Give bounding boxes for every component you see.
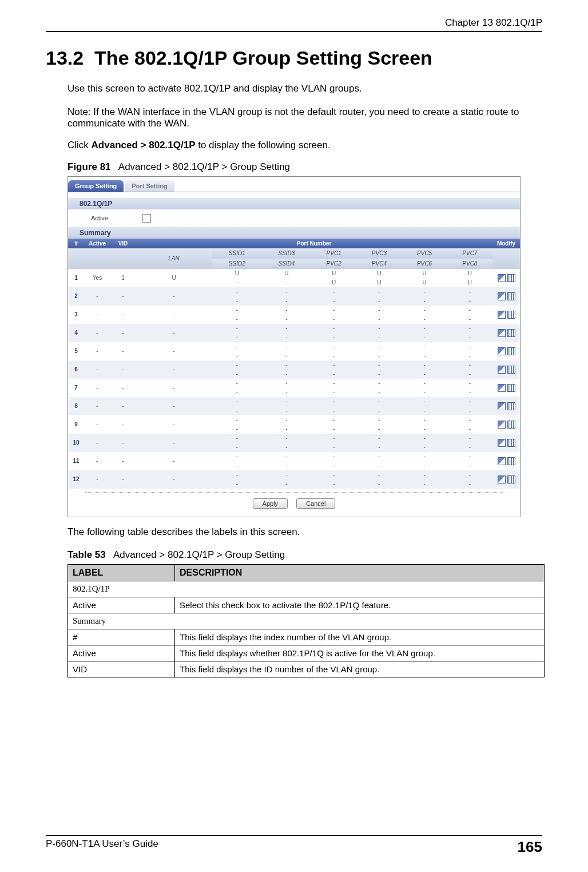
apply-button[interactable]: Apply [253, 498, 288, 509]
delete-icon[interactable] [507, 421, 515, 429]
edit-icon[interactable] [498, 439, 506, 447]
table-row: Summary [68, 613, 545, 629]
active-checkbox[interactable] [142, 214, 151, 223]
col-portnum: Port Number [136, 239, 492, 248]
table-intro: The following table describes the labels… [46, 525, 542, 540]
delete-icon[interactable] [507, 475, 515, 483]
col-num: # [68, 239, 84, 248]
section-title: The 802.1Q/1P Group Setting Screen [94, 47, 432, 69]
table-row: 1Yes1UUUUUUU [68, 269, 520, 278]
table-row: 12--------- [68, 470, 520, 479]
delete-icon[interactable] [507, 347, 515, 355]
desc-h-desc: DESCRIPTION [175, 565, 545, 581]
chapter-header: Chapter 13 802.1Q/1P [46, 17, 542, 29]
table-row: 3--------- [68, 306, 520, 315]
footer-guide: P-660N-T1A User’s Guide [46, 838, 158, 856]
table-row: 2--------- [68, 287, 520, 296]
tab-group-setting[interactable]: Group Setting [68, 180, 124, 192]
click-pre: Click [67, 140, 92, 150]
active-label: Active [91, 215, 108, 221]
tab-bar: Group Setting Port Setting [68, 177, 520, 192]
screenshot-panel: Group Setting Port Setting 802.1Q/1P Act… [67, 176, 521, 517]
table-row: ActiveThis field displays whether 802.1P… [68, 645, 545, 661]
section-number: 13.2 [46, 47, 84, 69]
table-row: 5--------- [68, 342, 520, 351]
edit-icon[interactable] [498, 475, 506, 483]
col-active: Active [84, 239, 110, 248]
col-vid: VID [110, 239, 136, 248]
edit-icon[interactable] [498, 329, 506, 337]
table-row: 8--------- [68, 397, 520, 406]
table-row: 9--------- [68, 415, 520, 425]
table-row: 11--------- [68, 452, 520, 461]
intro-text: Use this screen to activate 802.1Q/1P an… [46, 82, 542, 96]
table-row: 10--------- [68, 434, 520, 443]
table-row: 802.1Q/1P [68, 581, 545, 597]
tab-port-setting[interactable]: Port Setting [125, 180, 174, 192]
note-text: Note: If the WAN interface in the VLAN g… [46, 106, 542, 129]
table-row: 7--------- [68, 379, 520, 388]
table-row: 6--------- [68, 360, 520, 370]
table-row: ActiveSelect this check box to activate … [68, 597, 545, 613]
delete-icon[interactable] [507, 329, 515, 337]
edit-icon[interactable] [498, 347, 506, 355]
edit-icon[interactable] [498, 457, 506, 465]
delete-icon[interactable] [507, 402, 515, 410]
col-modify: Modify [492, 239, 520, 248]
edit-icon[interactable] [498, 311, 506, 319]
edit-icon[interactable] [498, 421, 506, 429]
header-rule [46, 31, 542, 32]
delete-icon[interactable] [507, 366, 515, 374]
section-heading: 13.2 The 802.1Q/1P Group Setting Screen [46, 47, 542, 69]
edit-icon[interactable] [498, 292, 506, 300]
footer: P-660N-T1A User’s Guide 165 [46, 835, 542, 856]
delete-icon[interactable] [507, 274, 515, 282]
delete-icon[interactable] [507, 439, 515, 447]
page-number: 165 [518, 838, 542, 856]
delete-icon[interactable] [507, 457, 515, 465]
table-caption-text: Advanced > 802.1Q/1P > Group Setting [113, 549, 285, 560]
table-row: 4--------- [68, 324, 520, 333]
table-row: #This field displays the index number of… [68, 629, 545, 645]
click-post: to display the following screen. [195, 140, 330, 150]
click-path: Advanced > 802.1Q/1P [92, 140, 196, 150]
delete-icon[interactable] [507, 311, 515, 319]
description-table: LABEL DESCRIPTION 802.1Q/1PActiveSelect … [67, 564, 545, 677]
cancel-button[interactable]: Cancel [296, 498, 335, 509]
figure-caption: Figure 81 Advanced > 802.1Q/1P > Group S… [46, 161, 542, 173]
edit-icon[interactable] [498, 402, 506, 410]
edit-icon[interactable] [498, 366, 506, 374]
delete-icon[interactable] [507, 384, 515, 392]
desc-h-label: LABEL [68, 565, 175, 581]
delete-icon[interactable] [507, 292, 515, 300]
edit-icon[interactable] [498, 274, 506, 282]
summary-table: # Active VID Port Number Modify LANSSID1… [68, 239, 520, 489]
table-caption: Table 53 Advanced > 802.1Q/1P > Group Se… [46, 549, 542, 561]
band-8021q: 802.1Q/1P [68, 198, 520, 209]
click-instruction: Click Advanced > 802.1Q/1P to display th… [46, 140, 542, 151]
figure-label: Figure 81 [67, 161, 111, 172]
edit-icon[interactable] [498, 384, 506, 392]
table-label: Table 53 [67, 549, 106, 560]
button-row: Apply Cancel [85, 492, 503, 514]
figure-caption-text: Advanced > 802.1Q/1P > Group Setting [118, 161, 290, 172]
band-summary: Summary [68, 227, 520, 239]
table-row: VIDThis field displays the ID number of … [68, 661, 545, 677]
